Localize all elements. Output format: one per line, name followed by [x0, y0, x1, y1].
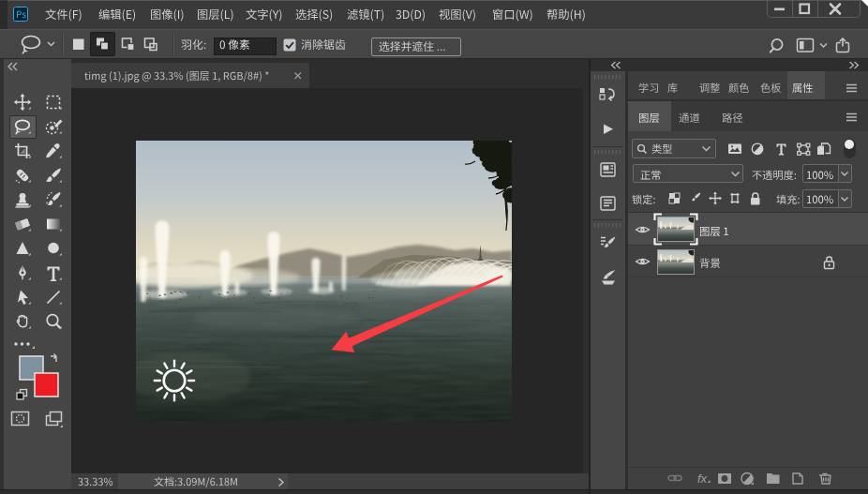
svg-text:fx: fx [697, 472, 708, 486]
